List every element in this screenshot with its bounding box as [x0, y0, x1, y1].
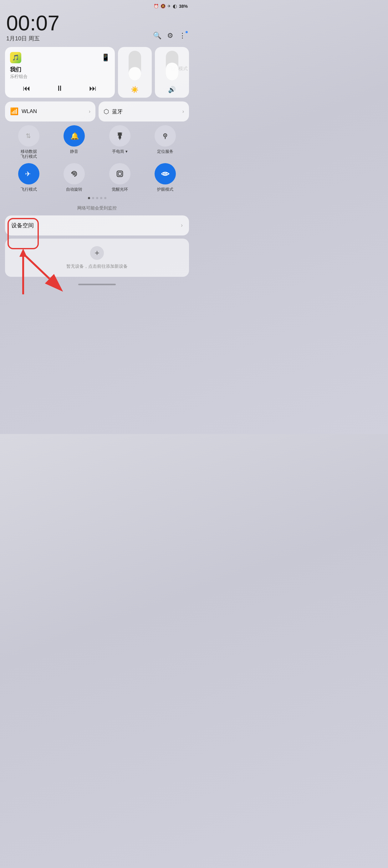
music-app-icon: 🎵: [10, 52, 21, 63]
mobile-data-label: 移动数据飞行模式: [21, 149, 37, 159]
music-card[interactable]: 🎵 📱 我们 乐柠组合 ⏮ ⏸ ⏭: [5, 47, 115, 98]
toggle-mute[interactable]: 🔔 静音: [54, 125, 95, 159]
add-device-button[interactable]: +: [90, 246, 104, 260]
top-row: 🎵 📱 我们 乐柠组合 ⏮ ⏸ ⏭ ☀️ �: [5, 47, 189, 98]
toggle-rotate[interactable]: 自动旋转: [54, 163, 95, 192]
volume-track: [166, 51, 179, 81]
nav-bar: [0, 280, 194, 288]
ambient-label: 觉醒光环: [112, 187, 128, 192]
toggle-airplane[interactable]: ✈ 飞行模式: [8, 163, 50, 192]
flashlight-circle: [109, 125, 130, 147]
eyecare-circle: [155, 163, 176, 184]
dot-1: [88, 197, 90, 199]
wifi-icon: 📶: [10, 107, 19, 116]
music-controls: ⏮ ⏸ ⏭: [10, 84, 110, 93]
toggle-flashlight[interactable]: 手电筒 ▾: [99, 125, 140, 159]
svg-point-8: [165, 135, 166, 136]
battery-circle: ◐: [173, 3, 177, 9]
next-button[interactable]: ⏭: [89, 84, 97, 93]
toggles-grid: ⇅ 移动数据飞行模式 🔔 静音 手电筒 ▾: [5, 125, 189, 192]
music-artist: 乐柠组合: [10, 74, 110, 80]
airplane-circle: ✈: [18, 163, 39, 184]
add-device-hint: 暂无设备，点击前往添加新设备: [66, 264, 128, 269]
wlan-card[interactable]: 📶 WLAN ›: [5, 101, 95, 122]
svg-rect-3: [119, 135, 121, 139]
ambient-circle: [109, 163, 130, 184]
volume-icon: 🔊: [168, 86, 176, 93]
toggle-eyecare[interactable]: 护眼模式: [145, 163, 186, 192]
volume-slider-card[interactable]: 🔊: [155, 47, 189, 98]
clock-display: 00:07: [6, 12, 60, 33]
bluetooth-card[interactable]: ⬡ 蓝牙 ›: [99, 101, 189, 122]
mute-icon: 🔕: [161, 4, 165, 8]
rotate-circle: [64, 163, 85, 184]
svg-rect-13: [118, 172, 121, 175]
bluetooth-icon: ⬡: [104, 108, 109, 115]
music-device-icon: 📱: [101, 54, 110, 62]
svg-point-6: [117, 132, 119, 134]
svg-point-15: [165, 173, 166, 175]
brightness-icon: ☀️: [131, 86, 139, 93]
rotate-label: 自动旋转: [66, 187, 82, 192]
dot-4: [100, 197, 102, 199]
status-icons: ⏰ 🔕 ✈ ◐ 38%: [154, 3, 188, 9]
dot-2: [92, 197, 94, 199]
volume-fill: [166, 63, 179, 81]
bluetooth-arrow: ›: [183, 108, 184, 114]
flashlight-label: 手电筒 ▾: [112, 149, 128, 154]
sliders-column: ☀️ 🔊: [118, 47, 189, 98]
svg-text:🔔: 🔔: [70, 132, 79, 140]
prev-button[interactable]: ⏮: [23, 84, 30, 93]
bluetooth-label: 蓝牙: [112, 108, 183, 115]
toggle-ambient[interactable]: 觉醒光环: [99, 163, 140, 192]
home-indicator: [78, 284, 116, 285]
brightness-slider-card[interactable]: ☀️: [118, 47, 152, 98]
location-circle: [155, 125, 176, 147]
top-icons-group: 🔍 ⚙ ⋮: [153, 32, 188, 42]
svg-text:✈: ✈: [25, 170, 31, 178]
network-row: 📶 WLAN › ⬡ 蓝牙 ›: [5, 101, 189, 122]
wlan-label: WLAN: [22, 108, 89, 115]
battery-percentage: 38%: [179, 4, 188, 9]
dot-5: [104, 197, 106, 199]
cards-area: 🎵 📱 我们 乐柠组合 ⏮ ⏸ ⏭ ☀️ �: [0, 47, 194, 212]
device-space-arrow: ›: [181, 222, 183, 228]
mute-label: 静音: [70, 149, 78, 154]
pause-button[interactable]: ⏸: [56, 84, 64, 93]
brightness-fill: [129, 67, 141, 81]
mute-circle: 🔔: [64, 125, 85, 147]
status-bar: ⏰ 🔕 ✈ ◐ 38%: [0, 0, 194, 11]
mobile-data-circle: ⇅: [18, 125, 39, 147]
svg-point-5: [121, 132, 122, 134]
svg-text:⇅: ⇅: [26, 132, 31, 140]
brightness-track: [129, 51, 141, 81]
dot-3: [96, 197, 98, 199]
page-dots: [5, 197, 189, 199]
location-label: 定位服务: [157, 149, 173, 154]
svg-rect-11: [73, 172, 76, 175]
device-space-label: 设备空间: [11, 222, 34, 229]
svg-rect-12: [117, 171, 123, 177]
eyecare-label: 护眼模式: [157, 187, 173, 192]
toggle-location[interactable]: 定位服务: [145, 125, 186, 159]
toggle-mobile-data[interactable]: ⇅ 移动数据飞行模式: [8, 125, 50, 159]
search-icon[interactable]: 🔍: [153, 32, 161, 40]
alarm-icon: ⏰: [154, 4, 159, 8]
add-devices-card: + 暂无设备，点击前往添加新设备: [5, 239, 189, 277]
settings-icon[interactable]: ⚙: [167, 32, 173, 40]
wlan-arrow: ›: [89, 108, 90, 114]
airplane-status-icon: ✈: [167, 4, 171, 8]
airplane-label: 飞行模式: [21, 187, 37, 192]
date-display: 1月10日 周五: [6, 35, 60, 42]
music-header: 🎵 📱: [10, 52, 110, 63]
time-block: 00:07 1月10日 周五 🔍 ⚙ ⋮: [0, 11, 194, 47]
network-monitor-text: 网络可能会受到监控: [5, 206, 189, 211]
device-space-card[interactable]: 设备空间 ›: [5, 215, 189, 236]
more-icon[interactable]: ⋮: [179, 32, 188, 40]
music-title: 我们: [10, 66, 110, 73]
